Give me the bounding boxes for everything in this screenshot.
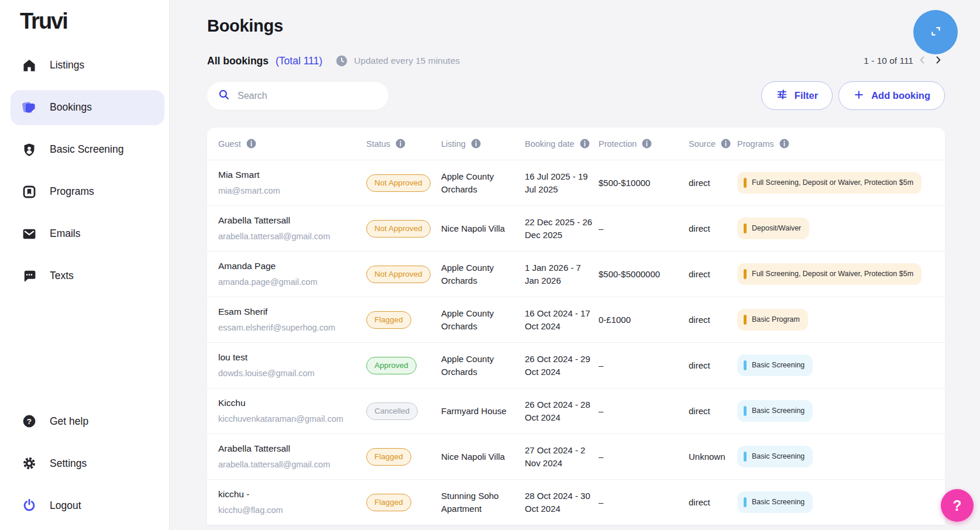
- guest-email: mia@smart.com: [218, 185, 360, 197]
- sidebar-item-bookings[interactable]: Bookings: [11, 90, 164, 125]
- column-header-guest: Guest: [218, 138, 366, 149]
- guest-email: kicchu@flag.com: [218, 504, 360, 517]
- sidebar-item-programs[interactable]: Programs: [11, 174, 164, 209]
- chat-icon: [21, 268, 37, 284]
- sidebar-item-texts[interactable]: Texts: [11, 259, 164, 294]
- chevron-right-icon: [933, 54, 944, 67]
- guest-cell: Arabella Tattersall arabella.tattersall@…: [218, 214, 366, 242]
- table-row[interactable]: Arabella Tattersall arabella.tattersall@…: [207, 434, 945, 480]
- sidebar-item-logout[interactable]: Logout: [11, 488, 164, 523]
- program-tag-label: Basic Screening: [752, 497, 804, 507]
- column-header-programs: Programs: [737, 138, 936, 149]
- status-badge: Flagged: [366, 311, 411, 329]
- info-icon[interactable]: [246, 138, 257, 149]
- column-header-label: Booking date: [525, 139, 575, 149]
- bookings-icon: [21, 99, 37, 115]
- search-input[interactable]: [236, 90, 379, 102]
- clock-icon: [335, 54, 348, 67]
- booking-date-cell: 27 Oct 2024 - 2 Nov 2024: [525, 444, 599, 470]
- guest-name: Amanda Page: [218, 260, 360, 273]
- listing-cell: Farmyard House: [441, 405, 525, 418]
- bookings-table: Guest Status Listing Booking date Protec…: [207, 128, 945, 525]
- table-row[interactable]: lou test dowds.louise@gmail.com Approved…: [207, 343, 945, 388]
- booking-date-cell: 26 Oct 2024 - 28 Oct 2024: [525, 398, 599, 424]
- program-tag-bar: [744, 497, 747, 507]
- program-tag-bar: [744, 315, 747, 325]
- guest-cell: Arabella Tattersall arabella.tattersall@…: [218, 442, 366, 470]
- column-header-protection: Protection: [599, 138, 689, 149]
- chevron-left-icon: [917, 54, 928, 67]
- source-cell: direct: [689, 496, 737, 509]
- column-header-source: Source: [689, 138, 737, 149]
- expand-button[interactable]: [913, 10, 958, 54]
- expand-icon: [928, 23, 944, 41]
- guest-email: essam.elsherif@superhog.com: [218, 322, 360, 334]
- filter-icon: [776, 88, 788, 103]
- question-icon: ?: [21, 414, 37, 429]
- tab-all-bookings[interactable]: All bookings: [207, 55, 269, 67]
- pagination-label: 1 - 10 of 111: [864, 56, 913, 66]
- app-root: Truvi Listings Bookings Basic Screening …: [0, 0, 980, 530]
- pagination-prev-button[interactable]: [916, 53, 929, 68]
- programs-cell: Basic Screening: [737, 491, 936, 512]
- status-badge: Not Approved: [366, 174, 431, 192]
- program-tag: Basic Screening: [737, 400, 813, 421]
- table-row[interactable]: Arabella Tattersall arabella.tattersall@…: [207, 206, 945, 252]
- table-row[interactable]: kicchu - kicchu@flag.com Flagged Stunnin…: [207, 480, 945, 525]
- info-icon[interactable]: [779, 138, 790, 149]
- updated-label: Updated every 15 minutes: [354, 56, 460, 66]
- protection-cell: –: [599, 405, 689, 418]
- filter-label: Filter: [795, 90, 818, 101]
- sidebar-item-settings[interactable]: Settings: [11, 446, 164, 481]
- sidebar-item-get-help[interactable]: ? Get help: [11, 404, 164, 439]
- listing-cell: Nice Napoli Villa: [441, 222, 525, 235]
- status-badge: Flagged: [366, 494, 411, 511]
- program-tag: Basic Screening: [737, 446, 813, 467]
- program-tag-label: Basic Program: [752, 314, 800, 325]
- program-tag-bar: [744, 452, 747, 462]
- filter-button[interactable]: Filter: [761, 81, 833, 110]
- table-row[interactable]: Amanda Page amanda.page@gmail.com Not Ap…: [207, 252, 945, 297]
- column-header-label: Guest: [218, 139, 241, 149]
- status-badge: Flagged: [366, 448, 411, 466]
- source-cell: direct: [689, 177, 737, 190]
- listing-cell: Stunning Soho Apartment: [441, 490, 525, 515]
- programs-cell: Full Screening, Deposit or Waiver, Prote…: [737, 263, 936, 284]
- table-row[interactable]: Esam Sherif essam.elsherif@superhog.com …: [207, 297, 945, 343]
- add-booking-button[interactable]: Add booking: [838, 81, 945, 110]
- guest-email: amanda.page@gmail.com: [218, 276, 360, 288]
- programs-cell: Basic Screening: [737, 446, 936, 467]
- guest-cell: Kicchu kicchuvenkataraman@gmail.com: [218, 397, 366, 425]
- programs-cell: Deposit/Waiver: [737, 218, 936, 239]
- program-tag: Deposit/Waiver: [737, 218, 809, 239]
- listing-cell: Apple County Orchards: [441, 307, 525, 333]
- power-icon: [21, 498, 37, 514]
- gear-icon: [21, 456, 37, 472]
- info-icon[interactable]: [579, 138, 590, 149]
- program-tag: Basic Screening: [737, 355, 813, 376]
- booking-date-cell: 22 Dec 2025 - 26 Dec 2025: [525, 216, 599, 242]
- booking-date-cell: 1 Jan 2026 - 7 Jan 2026: [525, 261, 599, 287]
- sidebar-item-basic-screening[interactable]: Basic Screening: [11, 132, 164, 167]
- sidebar-item-listings[interactable]: Listings: [11, 48, 164, 83]
- guest-name: Arabella Tattersall: [218, 214, 360, 227]
- guest-name: Kicchu: [218, 397, 360, 409]
- status-cell: Flagged: [366, 494, 441, 511]
- table-row[interactable]: Mia Smart mia@smart.com Not Approved App…: [207, 160, 945, 206]
- info-icon[interactable]: [720, 138, 731, 149]
- info-icon[interactable]: [395, 138, 406, 149]
- status-badge: Not Approved: [366, 220, 431, 238]
- help-button[interactable]: ?: [941, 489, 974, 522]
- pagination-next-button[interactable]: [931, 53, 945, 68]
- info-icon[interactable]: [641, 138, 652, 149]
- source-cell: Unknown: [689, 450, 737, 463]
- table-row[interactable]: Kicchu kicchuvenkataraman@gmail.com Canc…: [207, 388, 945, 434]
- guest-name: Mia Smart: [218, 168, 360, 181]
- status-cell: Flagged: [366, 448, 441, 466]
- plus-icon: [853, 89, 865, 103]
- sidebar-item-emails[interactable]: Emails: [11, 216, 164, 252]
- program-tag-bar: [744, 178, 747, 188]
- info-icon[interactable]: [470, 138, 482, 149]
- guest-name: kicchu -: [218, 488, 360, 501]
- guest-cell: Esam Sherif essam.elsherif@superhog.com: [218, 305, 366, 333]
